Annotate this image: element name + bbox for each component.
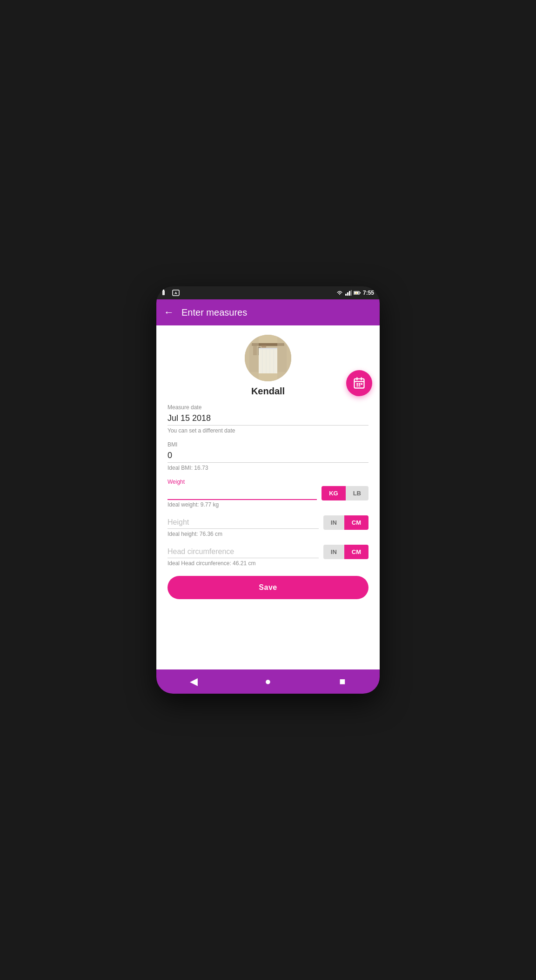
svg-rect-7: [351, 290, 352, 296]
measure-date-label: Measure date: [168, 404, 368, 411]
status-time: 7:55: [363, 290, 374, 296]
avatar-section: Kendall: [168, 335, 368, 397]
main-content: Kendall Measure date Jul 15 2018 You can…: [156, 325, 380, 669]
svg-rect-27: [259, 348, 277, 373]
height-input[interactable]: [168, 516, 319, 529]
head-field-row: IN CM: [168, 545, 368, 559]
head-hint: Ideal Head circunference: 46.21 cm: [168, 560, 368, 567]
height-hint: Ideal height: 76.36 cm: [168, 531, 368, 537]
svg-rect-16: [356, 383, 358, 385]
svg-rect-19: [356, 385, 358, 386]
svg-rect-4: [345, 294, 347, 296]
accessibility-icon: A: [172, 290, 180, 296]
head-circumference-input[interactable]: [168, 546, 319, 558]
weight-lb-button[interactable]: LB: [346, 486, 368, 500]
calendar-icon: [353, 377, 366, 390]
height-section: IN CM Ideal height: 76.36 cm: [168, 515, 368, 537]
height-unit-toggle: IN CM: [323, 515, 368, 530]
svg-rect-17: [359, 383, 361, 385]
weight-kg-button[interactable]: KG: [322, 486, 346, 500]
calendar-fab-button[interactable]: [346, 370, 372, 396]
weight-label: Weight: [168, 479, 368, 485]
svg-rect-18: [361, 383, 363, 385]
back-button[interactable]: ←: [164, 306, 174, 318]
svg-rect-34: [277, 335, 291, 381]
bmi-section: BMI 0 Ideal BMI: 16.73: [168, 441, 368, 471]
bmi-label: BMI: [168, 441, 368, 448]
head-circumference-section: IN CM Ideal Head circunference: 46.21 cm: [168, 545, 368, 567]
save-button[interactable]: Save: [168, 576, 368, 599]
phone-frame: A: [156, 286, 380, 694]
measure-date-section: Measure date Jul 15 2018 You can set a d…: [168, 404, 368, 434]
height-cm-button[interactable]: CM: [344, 515, 368, 530]
phone-inner: A: [156, 286, 380, 694]
height-in-button[interactable]: IN: [323, 515, 344, 530]
status-bar-right: ⚡ 7:55: [336, 290, 374, 296]
signal-icon: [345, 290, 352, 296]
svg-rect-5: [347, 292, 348, 296]
svg-rect-6: [349, 291, 350, 296]
user-name: Kendall: [251, 386, 285, 397]
weight-unit-toggle: KG LB: [322, 486, 368, 500]
weight-hint: Ideal weight: 9.77 kg: [168, 501, 368, 508]
status-bar-left: A: [162, 290, 180, 296]
avatar: [245, 335, 291, 381]
bmi-hint: Ideal BMI: 16.73: [168, 465, 368, 471]
svg-rect-33: [245, 335, 259, 381]
weight-input[interactable]: [168, 487, 317, 500]
measure-date-hint: You can set a different date: [168, 427, 368, 434]
svg-rect-9: [360, 292, 361, 293]
battery-icon: ⚡: [354, 290, 361, 296]
head-unit-toggle: IN CM: [323, 545, 368, 559]
nav-home-button[interactable]: ●: [259, 672, 277, 691]
svg-rect-20: [359, 385, 361, 386]
svg-text:A: A: [174, 291, 177, 295]
height-field-row: IN CM: [168, 515, 368, 530]
head-cm-button[interactable]: CM: [344, 545, 368, 559]
sim-icon: [162, 290, 169, 296]
weight-section: Weight KG LB Ideal weight: 9.77 kg: [168, 479, 368, 508]
toolbar-title: Enter measures: [181, 307, 247, 318]
head-in-button[interactable]: IN: [323, 545, 344, 559]
nav-recents-button[interactable]: ■: [333, 672, 352, 691]
svg-rect-1: [163, 290, 164, 291]
measure-date-value: Jul 15 2018: [168, 412, 368, 426]
status-bar: A: [156, 286, 380, 299]
bmi-value: 0: [168, 449, 368, 463]
bottom-nav: ◀ ● ■: [156, 669, 380, 694]
svg-rect-28: [259, 348, 277, 349]
nav-back-button[interactable]: ◀: [184, 672, 203, 691]
weight-field-row: KG LB: [168, 486, 368, 500]
svg-rect-0: [162, 291, 165, 295]
toolbar: ← Enter measures: [156, 299, 380, 325]
wifi-icon: [336, 290, 343, 296]
